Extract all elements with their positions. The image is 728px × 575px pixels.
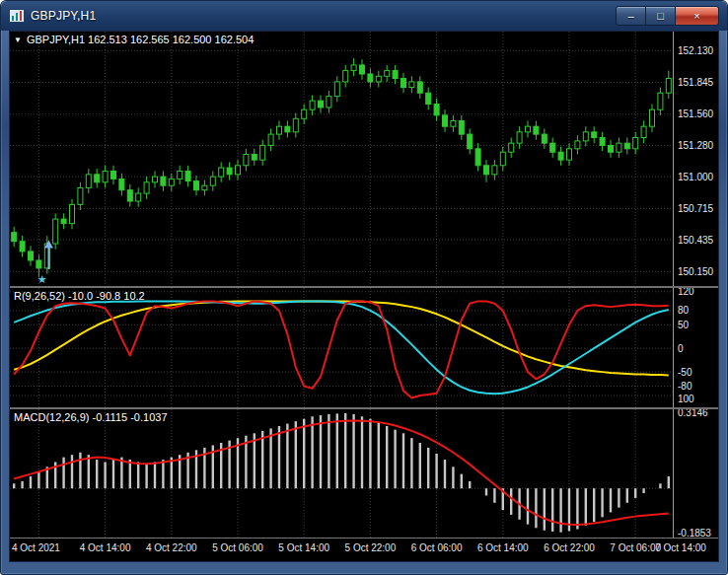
svg-text:50: 50: [678, 320, 690, 330]
svg-text:0.3146: 0.3146: [678, 409, 708, 418]
svg-text:150.150: 150.150: [678, 266, 714, 277]
oscillator-pane[interactable]: 12080500-50-80100 R(9,26,52) -10.0 -90.8…: [10, 288, 718, 407]
time-axis-label: 7 Oct 06:00: [610, 542, 661, 553]
svg-text:100: 100: [678, 394, 694, 404]
svg-text:151.280: 151.280: [678, 140, 714, 151]
svg-text:-50: -50: [678, 367, 692, 378]
time-axis-label: 6 Oct 22:00: [544, 542, 595, 553]
minimize-button[interactable]: –: [616, 6, 646, 26]
time-axis-label: 5 Oct 06:00: [212, 542, 263, 553]
time-axis-label: 4 Oct 22:00: [146, 542, 197, 553]
time-axis-label: 5 Oct 14:00: [278, 542, 329, 553]
mt4-chart-window: GBPJPY,H1 – □ × 152.130151.845151.560151…: [0, 0, 728, 575]
price-chart-canvas[interactable]: 152.130151.845151.560151.280151.000150.7…: [10, 32, 719, 286]
maximize-button[interactable]: □: [646, 6, 675, 26]
time-axis-label: 7 Oct 14:00: [655, 542, 706, 553]
minimize-icon: –: [627, 11, 633, 22]
window-titlebar[interactable]: GBPJPY,H1 – □ ×: [1, 1, 727, 31]
svg-text:151.560: 151.560: [678, 108, 714, 119]
window-controls: – □ ×: [616, 6, 719, 26]
time-axis: 4 Oct 20214 Oct 14:004 Oct 22:005 Oct 06…: [10, 538, 718, 561]
macd-label: MACD(12,26,9) -0.1115 -0.1037: [14, 411, 168, 423]
svg-text:151.000: 151.000: [678, 172, 714, 182]
svg-text:120: 120: [678, 288, 694, 297]
time-axis-label: 4 Oct 2021: [12, 542, 60, 553]
svg-text:152.130: 152.130: [678, 45, 714, 56]
macd-chart-canvas[interactable]: 0.3146-0.1853: [10, 409, 719, 538]
macd-pane[interactable]: 0.3146-0.1853 MACD(12,26,9) -0.1115 -0.1…: [10, 409, 718, 538]
price-pane[interactable]: 152.130151.845151.560151.280151.000150.7…: [10, 32, 718, 286]
price-pane-header: ▼GBPJPY,H1 162.513 162.565 162.500 162.5…: [14, 34, 254, 45]
symbol-dropdown-arrow[interactable]: ▼: [14, 36, 22, 44]
svg-text:★: ★: [37, 273, 47, 285]
time-axis-label: 6 Oct 14:00: [477, 542, 529, 553]
oscillator-label: R(9,26,52) -10.0 -90.8 10.2: [14, 290, 145, 302]
time-axis-label: 6 Oct 06:00: [411, 542, 463, 553]
svg-text:80: 80: [678, 305, 690, 316]
time-axis-label: 5 Oct 22:00: [345, 542, 397, 553]
close-icon: ×: [693, 11, 699, 22]
time-axis-label: 4 Oct 14:00: [80, 542, 131, 553]
svg-text:-80: -80: [678, 381, 692, 392]
svg-text:151.845: 151.845: [678, 77, 714, 88]
chart-client-area: 152.130151.845151.560151.280151.000150.7…: [9, 31, 719, 562]
svg-text:0: 0: [678, 343, 684, 354]
svg-text:-0.1853: -0.1853: [678, 528, 711, 538]
window-title: GBPJPY,H1: [31, 9, 96, 23]
close-button[interactable]: ×: [675, 6, 719, 26]
svg-text:150.435: 150.435: [678, 235, 714, 246]
oscillator-chart-canvas[interactable]: 12080500-50-80100: [10, 288, 719, 407]
ohlc-header: GBPJPY,H1 162.513 162.565 162.500 162.50…: [27, 34, 254, 45]
svg-text:150.715: 150.715: [678, 203, 714, 214]
window-icon chart-icon: [9, 9, 25, 23]
maximize-icon: □: [657, 11, 664, 22]
